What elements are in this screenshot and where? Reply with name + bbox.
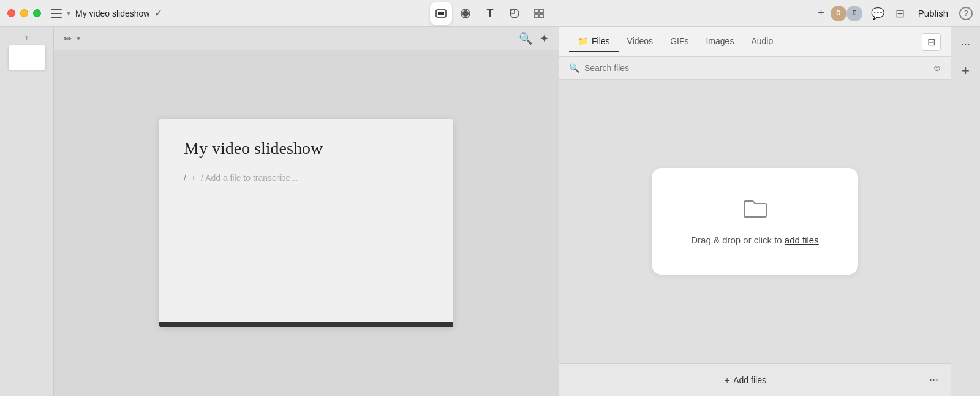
editor-area: ✏ ▾ 🔍 ✦ My video slideshow / + / Add a f… (54, 27, 559, 396)
traffic-lights (7, 9, 41, 17)
search-icon[interactable]: 🔍 (519, 32, 532, 45)
canvas-area: My video slideshow / + / Add a file to t… (54, 50, 559, 396)
menu-icon[interactable] (51, 9, 62, 18)
plus-icon: + (725, 375, 729, 385)
files-panel: 📁 Files Videos GIFs Images Audio ⊟ � (559, 27, 951, 396)
titlebar-right: + D E 💬 ⊟ Publish ? (818, 4, 973, 23)
slide-number: 1 (24, 34, 28, 42)
record-tool-button[interactable] (454, 2, 477, 25)
add-file-button[interactable]: + (191, 173, 196, 183)
slash-indicator: / (184, 173, 186, 183)
slide-content-row: / + / Add a file to transcribe... (184, 173, 429, 183)
more-options-button[interactable]: ··· (927, 371, 941, 389)
files-tabs: 📁 Files Videos GIFs Images Audio ⊟ (559, 27, 951, 56)
filter-icon[interactable]: ⊜ (933, 63, 941, 73)
svg-rect-7 (540, 9, 543, 13)
sparkle-icon[interactable]: ✦ (540, 32, 549, 45)
titlebar-left: ▾ My video slideshow ✓ (51, 7, 162, 19)
svg-rect-9 (540, 14, 543, 18)
files-search-bar: 🔍 ⊜ (559, 57, 951, 80)
right-sidebar: ··· + (951, 27, 980, 396)
drop-zone-text: Drag & drop or click to add files (691, 235, 818, 245)
minimize-button[interactable] (20, 9, 28, 17)
slide-bottom-bar (159, 322, 453, 327)
tab-files[interactable]: 📁 Files (569, 31, 619, 52)
editor-toolbar: ✏ ▾ 🔍 ✦ (54, 27, 559, 50)
add-files-footer-button[interactable]: + Add files (569, 375, 922, 385)
grid-icon (533, 7, 545, 20)
main-content: 1 ✏ ▾ 🔍 ✦ My video slideshow / + / Add a… (0, 27, 980, 396)
drop-zone[interactable]: Drag & drop or click to add files (652, 168, 858, 275)
search-input[interactable] (584, 63, 929, 73)
editor-toolbar-right: 🔍 ✦ (519, 32, 549, 45)
add-files-link[interactable]: add files (785, 235, 819, 245)
comments-icon[interactable]: 💬 (869, 4, 887, 23)
tab-files-label: Files (592, 36, 610, 46)
tab-audio[interactable]: Audio (742, 31, 782, 52)
publish-button[interactable]: Publish (913, 6, 953, 21)
shape-tool-button[interactable] (503, 2, 526, 25)
avatar-e[interactable]: E (846, 6, 862, 21)
slide-canvas: My video slideshow / + / Add a file to t… (159, 119, 453, 327)
search-icon: 🔍 (569, 63, 579, 73)
slideshow-tool-button[interactable] (430, 2, 452, 25)
record-icon (459, 7, 472, 20)
tab-gifs[interactable]: GIFs (662, 31, 697, 52)
toolbar-chevron-icon[interactable]: ▾ (77, 34, 80, 43)
tab-audio-label: Audio (751, 36, 773, 46)
files-panel-header: 📁 Files Videos GIFs Images Audio ⊟ (559, 27, 951, 57)
avatar-group: D E (831, 6, 862, 21)
slideshow-icon (435, 7, 447, 20)
folder-large-icon (743, 197, 767, 225)
toolbar-center: T (430, 2, 550, 25)
tab-gifs-label: GIFs (670, 36, 688, 46)
shape-icon (508, 7, 521, 20)
maximize-button[interactable] (33, 9, 41, 17)
sidebar-toggle-icon[interactable]: ⊟ (893, 4, 907, 23)
folder-icon: 📁 (578, 36, 588, 46)
grid-tool-button[interactable] (528, 2, 550, 25)
titlebar: ▾ My video slideshow ✓ T (0, 0, 980, 27)
files-content: Drag & drop or click to add files (559, 80, 951, 363)
more-icon[interactable]: ··· (957, 34, 974, 55)
svg-rect-8 (535, 14, 538, 18)
avatar-d[interactable]: D (831, 6, 846, 21)
slides-panel: 1 (0, 27, 54, 396)
text-tool-button[interactable]: T (479, 2, 501, 25)
add-slide-button[interactable]: + (958, 59, 973, 83)
slide-title: My video slideshow (184, 139, 429, 158)
tab-images-label: Images (706, 36, 734, 46)
help-button[interactable]: ? (959, 7, 973, 20)
close-button[interactable] (7, 9, 15, 17)
tab-videos[interactable]: Videos (619, 31, 662, 52)
add-file-placeholder: / Add a file to transcribe... (201, 173, 298, 183)
add-button[interactable]: + (818, 7, 824, 20)
slide-thumbnail[interactable] (9, 45, 45, 70)
saved-checkmark-icon: ✓ (154, 7, 162, 19)
tab-videos-label: Videos (627, 36, 654, 46)
text-icon: T (487, 7, 494, 20)
pen-icon[interactable]: ✏ (64, 33, 72, 45)
collapse-panel-button[interactable]: ⊟ (922, 33, 941, 51)
svg-rect-1 (438, 12, 444, 15)
tab-images[interactable]: Images (697, 31, 742, 52)
svg-point-2 (462, 10, 469, 17)
document-title: My video slideshow (75, 9, 149, 18)
menu-chevron-icon[interactable]: ▾ (67, 9, 70, 18)
files-panel-footer: + Add files ··· (559, 363, 951, 396)
svg-rect-6 (535, 9, 538, 13)
add-files-label: Add files (733, 375, 766, 385)
